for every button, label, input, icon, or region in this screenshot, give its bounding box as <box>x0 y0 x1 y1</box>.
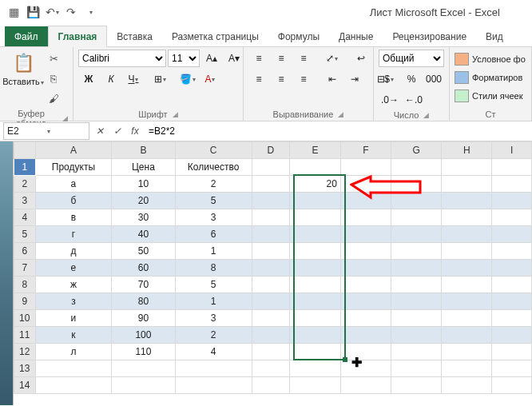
cell-styles-button[interactable]: Стили ячеек <box>455 88 522 104</box>
cell-D2[interactable] <box>252 176 290 193</box>
paste-button[interactable]: 📋 Вставить▾ <box>5 50 42 87</box>
cell-A1[interactable]: Продукты <box>35 159 112 176</box>
cell-G7[interactable] <box>391 260 441 277</box>
col-header-F[interactable]: F <box>340 142 391 159</box>
qat-customize-icon[interactable]: ▾ <box>83 5 97 19</box>
cell-E13[interactable] <box>290 360 341 377</box>
bold-button[interactable]: Ж <box>78 70 99 88</box>
cell-G14[interactable] <box>391 377 441 394</box>
increase-decimal-icon[interactable]: .0→ <box>379 91 401 109</box>
cell-G3[interactable] <box>391 193 441 209</box>
cell-B1[interactable]: Цена <box>112 159 175 176</box>
cell-A2[interactable]: а <box>35 176 112 193</box>
cell-B13[interactable] <box>112 360 175 377</box>
cell-F13[interactable] <box>340 360 391 377</box>
fill-color-icon[interactable]: 🪣▾ <box>177 70 198 88</box>
font-launcher-icon[interactable]: ◢ <box>173 110 178 118</box>
cell-I12[interactable] <box>492 344 532 360</box>
cell-A6[interactable]: д <box>35 243 112 260</box>
spreadsheet-grid[interactable]: ABCDEFGHI1ПродуктыЦенаКоличество2а102203… <box>14 141 532 394</box>
cell-I14[interactable] <box>492 377 532 394</box>
cell-D4[interactable] <box>252 209 290 226</box>
cell-F3[interactable] <box>340 193 391 209</box>
row-header-14[interactable]: 14 <box>14 377 36 394</box>
row-header-2[interactable]: 2 <box>14 176 36 193</box>
cell-I10[interactable] <box>492 310 532 327</box>
tab-view[interactable]: Вид <box>476 26 513 46</box>
cell-H7[interactable] <box>442 260 492 277</box>
cell-F14[interactable] <box>340 377 391 394</box>
row-header-1[interactable]: 1 <box>14 159 36 176</box>
cell-E1[interactable] <box>290 159 341 176</box>
decrease-font-icon[interactable]: A▾ <box>224 50 244 67</box>
cell-G8[interactable] <box>391 277 441 293</box>
cell-G1[interactable] <box>391 159 441 176</box>
row-header-9[interactable]: 9 <box>14 293 36 310</box>
cell-C8[interactable]: 5 <box>175 277 252 293</box>
row-header-11[interactable]: 11 <box>14 327 36 344</box>
fill-handle[interactable] <box>343 357 347 362</box>
cell-H8[interactable] <box>442 277 492 293</box>
cell-H12[interactable] <box>442 344 492 360</box>
cell-I2[interactable] <box>492 176 532 193</box>
cell-G2[interactable] <box>391 176 441 193</box>
tab-insert[interactable]: Вставка <box>107 26 162 46</box>
tab-formulas[interactable]: Формулы <box>268 26 329 46</box>
formula-input[interactable] <box>144 123 532 139</box>
cell-F11[interactable] <box>340 327 391 344</box>
cell-G6[interactable] <box>391 243 441 260</box>
cell-F5[interactable] <box>340 226 391 243</box>
cell-G5[interactable] <box>391 226 441 243</box>
cell-A5[interactable]: г <box>35 226 112 243</box>
cell-I9[interactable] <box>492 293 532 310</box>
row-header-8[interactable]: 8 <box>14 277 36 293</box>
cell-H10[interactable] <box>442 310 492 327</box>
name-box[interactable]: E2▾ <box>3 122 89 140</box>
cell-D10[interactable] <box>252 310 290 327</box>
cell-G11[interactable] <box>391 327 441 344</box>
cell-I3[interactable] <box>492 193 532 209</box>
underline-button[interactable]: Ч▾ <box>123 70 144 88</box>
col-header-I[interactable]: I <box>492 142 532 159</box>
cell-F4[interactable] <box>340 209 391 226</box>
cell-F10[interactable] <box>340 310 391 327</box>
borders-icon[interactable]: ⊞▾ <box>150 70 171 88</box>
row-header-3[interactable]: 3 <box>14 193 36 209</box>
col-header-H[interactable]: H <box>442 142 492 159</box>
orientation-icon[interactable]: ⤢▾ <box>322 50 343 67</box>
cell-B9[interactable]: 80 <box>112 293 175 310</box>
save-icon[interactable]: 💾 <box>26 5 40 19</box>
align-right-icon[interactable]: ≡ <box>293 70 314 88</box>
cell-G12[interactable] <box>391 344 441 360</box>
cell-A3[interactable]: б <box>35 193 112 209</box>
col-header-C[interactable]: C <box>175 142 252 159</box>
cell-F7[interactable] <box>340 260 391 277</box>
cell-H4[interactable] <box>442 209 492 226</box>
cell-I13[interactable] <box>492 360 532 377</box>
cell-H13[interactable] <box>442 360 492 377</box>
cell-B12[interactable]: 110 <box>112 344 175 360</box>
cell-H9[interactable] <box>442 293 492 310</box>
enter-formula-icon[interactable]: ✓ <box>109 122 126 140</box>
copy-icon[interactable]: ⎘ <box>45 70 62 87</box>
row-header-7[interactable]: 7 <box>14 260 36 277</box>
cell-C12[interactable]: 4 <box>175 344 252 360</box>
cell-B6[interactable]: 50 <box>112 243 175 260</box>
cell-G13[interactable] <box>391 360 441 377</box>
cell-C2[interactable]: 2 <box>175 176 252 193</box>
cell-B5[interactable]: 40 <box>112 226 175 243</box>
cell-E3[interactable] <box>290 193 341 209</box>
cell-B3[interactable]: 20 <box>112 193 175 209</box>
cell-I6[interactable] <box>492 243 532 260</box>
cell-D14[interactable] <box>252 377 290 394</box>
cell-H11[interactable] <box>442 327 492 344</box>
cancel-formula-icon[interactable]: ✕ <box>91 122 109 140</box>
fx-icon[interactable]: fx <box>126 122 144 140</box>
cell-C7[interactable]: 8 <box>175 260 252 277</box>
cell-B4[interactable]: 30 <box>112 209 175 226</box>
percent-format-icon[interactable]: % <box>401 70 422 88</box>
redo-icon[interactable]: ↷ <box>64 5 78 19</box>
cell-E2[interactable]: 20 <box>290 176 341 193</box>
cell-I7[interactable] <box>492 260 532 277</box>
tab-file[interactable]: Файл <box>5 26 48 46</box>
